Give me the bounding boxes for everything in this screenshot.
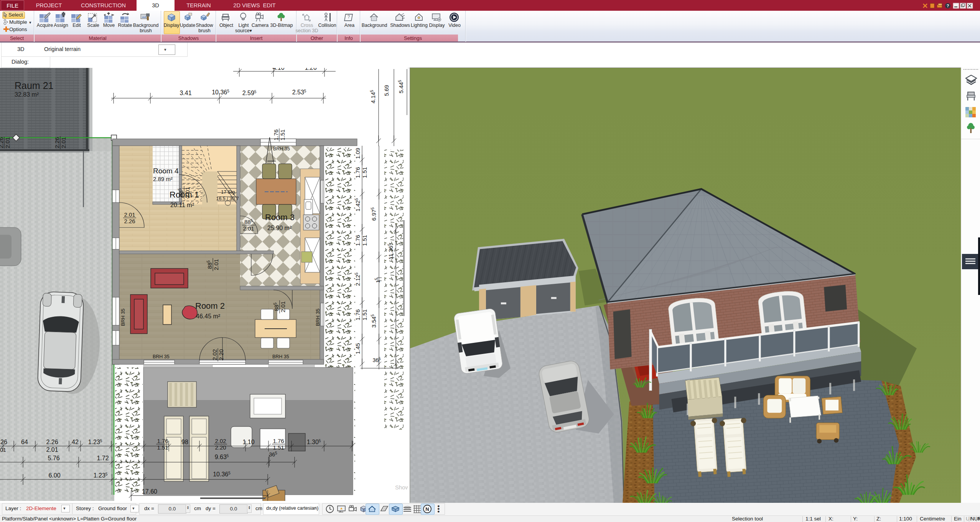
- svg-text:2.01: 2.01: [280, 301, 286, 312]
- svg-text:1.45: 1.45: [354, 343, 361, 354]
- svg-text:2.26: 2.26: [0, 137, 4, 148]
- svg-text:1.51: 1.51: [361, 167, 368, 178]
- svg-text:Raum 21: Raum 21: [15, 80, 53, 91]
- svg-text:?: ?: [348, 14, 350, 20]
- svg-text:1.76: 1.76: [273, 129, 279, 140]
- svg-text:1.72: 1.72: [97, 455, 109, 461]
- svg-text:1.76: 1.76: [354, 167, 361, 178]
- svg-text:2.01: 2.01: [243, 225, 254, 232]
- svg-text:2.01: 2.01: [213, 259, 219, 270]
- svg-text:5.69: 5.69: [383, 85, 390, 96]
- svg-text:5.76: 5.76: [48, 455, 59, 461]
- svg-text:1.26: 1.26: [305, 68, 316, 71]
- svg-text:1.51: 1.51: [361, 309, 368, 320]
- svg-text:1.51: 1.51: [157, 444, 168, 451]
- svg-text:25.90 m²: 25.90 m²: [267, 225, 292, 231]
- svg-text:4.10: 4.10: [272, 68, 284, 71]
- svg-text:Room 3: Room 3: [265, 212, 295, 222]
- svg-text:1.51: 1.51: [279, 129, 286, 140]
- svg-text:BRH 35: BRH 35: [315, 308, 321, 326]
- svg-text:2.26: 2.26: [54, 137, 60, 148]
- svg-text:2.01: 2.01: [184, 187, 191, 198]
- svg-text:11.365: 11.365: [387, 244, 394, 260]
- svg-text:2.02: 2.02: [211, 349, 218, 360]
- svg-text:2.20: 2.20: [218, 349, 224, 360]
- svg-text:2.02: 2.02: [215, 438, 226, 444]
- svg-text:6.00: 6.00: [48, 472, 60, 479]
- svg-text:BRH 35: BRH 35: [273, 146, 290, 151]
- svg-text:42: 42: [72, 439, 79, 445]
- svg-text:1.09: 1.09: [354, 148, 361, 159]
- svg-text:2.01: 2.01: [124, 211, 135, 218]
- svg-text:2.01: 2.01: [4, 137, 11, 148]
- svg-text:3.41: 3.41: [180, 90, 191, 96]
- svg-text:98: 98: [181, 439, 188, 445]
- svg-text:1.76: 1.76: [273, 438, 284, 444]
- svg-text:64: 64: [21, 439, 28, 445]
- svg-text:Room 2: Room 2: [195, 301, 225, 311]
- svg-text:Show: Show: [395, 484, 408, 491]
- svg-text:Room 4: Room 4: [153, 167, 179, 175]
- svg-text:1.76: 1.76: [354, 235, 361, 246]
- svg-text:2.89 m²: 2.89 m²: [153, 176, 173, 182]
- svg-text:01: 01: [0, 447, 6, 453]
- svg-text:17.60: 17.60: [142, 488, 157, 495]
- svg-text:2.26: 2.26: [46, 439, 58, 445]
- svg-text:1.51: 1.51: [361, 235, 368, 246]
- svg-text:2.26: 2.26: [124, 218, 135, 224]
- svg-text:17 Stg.: 17 Stg.: [221, 189, 236, 195]
- svg-text:20.11 m²: 20.11 m²: [170, 202, 194, 208]
- svg-text:BRH 35: BRH 35: [272, 354, 289, 359]
- svg-text:26: 26: [0, 439, 7, 445]
- svg-text:32.83 m²: 32.83 m²: [15, 91, 39, 98]
- svg-text:10.365: 10.365: [213, 471, 231, 478]
- svg-text:1.76: 1.76: [354, 309, 361, 320]
- svg-text:46.45 m²: 46.45 m²: [196, 313, 221, 319]
- svg-text:BRH 35: BRH 35: [120, 308, 126, 326]
- svg-text:10.365: 10.365: [212, 89, 229, 96]
- svg-text:2.01: 2.01: [60, 137, 67, 148]
- svg-text:BRH 35: BRH 35: [153, 354, 170, 359]
- svg-text:?: ?: [947, 3, 949, 8]
- svg-text:2.01: 2.01: [46, 446, 58, 453]
- svg-text:16.5 / 30.7: 16.5 / 30.7: [216, 196, 239, 201]
- svg-text:2.20: 2.20: [215, 444, 226, 451]
- svg-text:1.10: 1.10: [242, 439, 254, 445]
- svg-text:1.51: 1.51: [273, 444, 284, 451]
- svg-text:N: N: [425, 506, 429, 512]
- svg-text:1.76: 1.76: [157, 438, 168, 444]
